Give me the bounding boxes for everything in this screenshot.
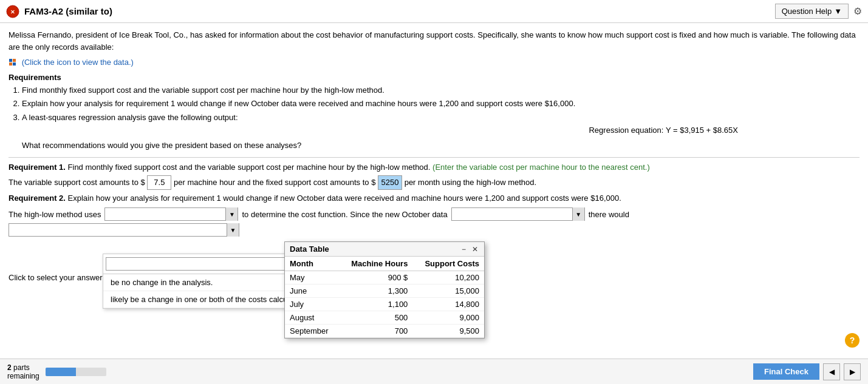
dropdown-3[interactable]: ▼ [9,223,239,237]
svg-rect-2 [9,59,12,62]
parts-info: 2 parts remaining [7,363,39,380]
regression-equation: Y = $3,915 + $8.65X [666,124,738,137]
cell-month-1: May [285,271,339,285]
req1-section: Requirement 1. Find monthly fixed suppor… [9,163,859,190]
app-logo-icon: ✕ [6,5,19,18]
cell-hours-1: 900 $ [339,271,413,285]
requirements-title: Requirements [9,73,859,82]
req1-label: Requirement 1. [9,163,66,172]
parts-number: 2 parts [7,363,39,372]
svg-rect-4 [9,62,12,66]
row1-suffix2: there would [589,210,629,219]
final-check-button[interactable]: Final Check [753,363,819,380]
table-row: May 900 $ 10,200 [285,271,484,285]
col-support-costs: Support Costs [412,257,484,271]
req-item-2: Explain how your analysis for requiremen… [22,98,859,110]
req1-answer-line: The variable support cost amounts to $ 7… [9,175,859,190]
table-row: September 700 9,500 [285,325,484,338]
req1-answer-text1: The variable support cost amounts to $ [9,178,145,187]
col-month: Month [285,257,339,271]
recommendation-text: What recommendations would you give the … [22,140,859,152]
cell-month-3: July [285,298,339,311]
cell-hours-3: 1,100 [339,298,413,311]
question-help-label: Question Help [782,7,832,16]
cell-costs-2: 15,000 [412,285,484,298]
dropdown-row-1: The high-low method uses ▼ to determine … [9,207,859,221]
data-table: Month Machine Hours Support Costs May 90… [285,257,484,338]
regression-equation-line: Regression equation: Y = $3,915 + $8.65X [22,124,859,137]
dropdown-2[interactable]: ▼ [451,207,585,221]
requirements-section: Requirements Find monthly fixed support … [9,73,859,152]
next-nav-button[interactable]: ▶ [844,363,861,380]
grid-icon [9,58,18,68]
regression-label: Regression equation: [589,124,663,137]
requirements-list: Find monthly fixed support cost and the … [9,84,859,152]
req1-answer-text2: per machine hour and the fixed support c… [174,178,375,187]
cell-costs-5: 9,500 [412,325,484,338]
data-link-row: (Click the icon to view the data.) [9,58,859,68]
row1-prefix: The high-low method uses [9,210,101,219]
data-link[interactable]: (Click the icon to view the data.) [22,58,134,67]
req1-answer-text3: per month using the high-low method. [405,178,537,187]
row1-suffix: to determine the cost function. Since th… [242,210,447,219]
progress-bar-fill [46,368,76,376]
req1-variable-cost-box[interactable]: 7.5 [147,175,171,190]
req1-text: Find monthly fixed support cost and the … [68,163,431,172]
cell-month-4: August [285,311,339,325]
req1-hint: (Enter the variable cost per machine hou… [432,163,650,172]
dropdown-3-arrow-icon: ▼ [227,223,239,237]
table-row: June 1,300 15,000 [285,285,484,298]
svg-text:✕: ✕ [10,9,15,15]
page-title: FAM3-A2 (similar to) [24,6,112,16]
req-item-1: Find monthly fixed support cost and the … [22,84,859,97]
cell-costs-4: 9,000 [412,311,484,325]
progress-bar [46,368,106,376]
table-row: July 1,100 14,800 [285,298,484,311]
bottom-right: Final Check ◀ ▶ [753,363,861,380]
col-machine-hours: Machine Hours [339,257,413,271]
req2-text: Explain how your analysis for requiremen… [68,194,621,203]
header-left: ✕ FAM3-A2 (similar to) [6,5,112,18]
dropdown-2-arrow-icon: ▼ [572,207,584,221]
cell-hours-5: 700 [339,325,413,338]
table-row: August 500 9,000 [285,311,484,325]
help-icon[interactable]: ? [845,333,859,348]
req2-label: Requirement 2. [9,194,66,203]
header-right: Question Help ▼ ⚙ [775,4,862,19]
prev-nav-button[interactable]: ◀ [823,363,840,380]
req2-header: Requirement 2. Explain how your analysis… [9,194,859,203]
question-help-button[interactable]: Question Help ▼ [775,4,849,19]
dropdown-row-2: ▼ [9,223,859,237]
cell-hours-4: 500 [339,311,413,325]
cell-month-2: June [285,285,339,298]
dropdown-1[interactable]: ▼ [104,207,238,221]
popup-minimize-button[interactable]: − [460,245,467,254]
popup-close-button[interactable]: ✕ [471,245,479,254]
header: ✕ FAM3-A2 (similar to) Question Help ▼ ⚙ [0,0,868,23]
table-body: May 900 $ 10,200 June 1,300 15,000 July … [285,271,484,338]
req1-fixed-cost-box[interactable]: 5250 [378,175,402,190]
bottom-bar: 2 parts remaining Final Check ◀ ▶ [0,359,868,384]
table-header-row: Month Machine Hours Support Costs [285,257,484,271]
cell-costs-3: 14,800 [412,298,484,311]
bottom-left: 2 parts remaining [7,363,106,380]
popup-title: Data Table [290,244,329,254]
chevron-down-icon: ▼ [834,7,842,16]
cell-month-5: September [285,325,339,338]
gear-icon[interactable]: ⚙ [853,5,862,17]
popup-header: Data Table − ✕ [285,242,484,257]
data-table-popup: Data Table − ✕ Month Machine Hours Suppo… [284,241,485,339]
cell-costs-1: 10,200 [412,271,484,285]
cell-hours-2: 1,300 [339,285,413,298]
svg-rect-3 [13,59,16,62]
svg-rect-5 [13,62,16,66]
req2-section: Requirement 2. Explain how your analysis… [9,194,859,237]
popup-controls: − ✕ [460,245,479,254]
intro-paragraph: Melissa Fernando, president of Ice Break… [9,30,856,52]
req1-header: Requirement 1. Find monthly fixed suppor… [9,163,859,172]
req-item-3: A least-squares regression analysis gave… [22,112,859,152]
dropdown-1-arrow-icon: ▼ [225,207,238,221]
remaining-label: remaining [7,372,39,380]
divider-1 [9,157,859,158]
intro-text: Melissa Fernando, president of Ice Break… [9,29,859,53]
